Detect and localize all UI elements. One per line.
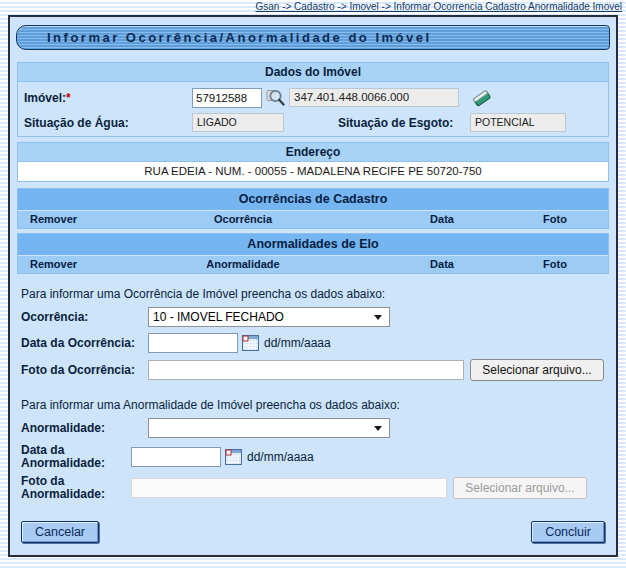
anormalidades-elo-header: Anormalidades de Elo <box>18 234 608 255</box>
chevron-down-icon <box>374 426 382 431</box>
foto-ocorrencia-label: Foto da Ocorrência: <box>21 364 148 377</box>
data-anormalidade-input[interactable] <box>131 447 221 467</box>
anormalidade-label: Anormalidade: <box>21 422 148 435</box>
imovel-label: Imóvel:* <box>24 91 192 105</box>
situacao-agua-label: Situação de Água: <box>24 116 192 130</box>
data-anormalidade-label: Data da Anormalidade: <box>21 444 131 470</box>
breadcrumb[interactable]: Gsan -> Cadastro -> Imovel -> Informar O… <box>255 1 622 12</box>
ocorrencia-select-value: 10 - IMOVEL FECHADO <box>153 310 284 324</box>
imovel-input[interactable] <box>192 88 262 108</box>
anormalidade-select[interactable] <box>148 418 390 438</box>
ocorrencia-select[interactable]: 10 - IMOVEL FECHADO <box>148 307 390 327</box>
col-foto: Foto <box>502 256 608 273</box>
cancel-button[interactable]: Cancelar <box>21 521 99 543</box>
ocorrencia-instruction: Para informar uma Ocorrência de Imóvel p… <box>21 287 607 301</box>
col-data: Data <box>382 211 502 228</box>
dados-imovel-header: Dados do Imóvel <box>18 63 608 82</box>
chevron-down-icon <box>374 315 382 320</box>
calendar-icon[interactable] <box>242 335 259 351</box>
foto-ocorrencia-filename-field[interactable] <box>148 360 464 380</box>
foto-anormalidade-file-button: Selecionar arquivo... <box>453 477 587 499</box>
anormalidade-instruction: Para informar uma Anormalidade de Imóvel… <box>21 398 607 412</box>
situacao-agua-value: LIGADO <box>192 113 284 132</box>
endereco-header: Endereço <box>18 143 608 162</box>
main-panel: Informar Ocorrência/Anormalidade do Imóv… <box>8 15 618 557</box>
anormalidades-elo-table: Anormalidades de Elo Remover Anormalidad… <box>17 233 609 274</box>
situacao-esgoto-label: Situação de Esgoto: <box>338 116 470 130</box>
confirm-button[interactable]: Concluir <box>531 521 605 543</box>
foto-anormalidade-filename-field <box>131 478 447 498</box>
ocorrencias-cadastro-header: Ocorrências de Cadastro <box>18 189 608 210</box>
foto-anormalidade-label: Foto da Anormalidade: <box>21 475 131 501</box>
col-anormalidade: Anormalidade <box>104 256 382 273</box>
data-anormalidade-format: dd/mm/aaaa <box>247 450 314 464</box>
required-asterisk: * <box>66 91 71 105</box>
foto-ocorrencia-file-button[interactable]: Selecionar arquivo... <box>470 359 604 381</box>
data-ocorrencia-input[interactable] <box>148 333 238 353</box>
col-remover: Remover <box>18 256 104 273</box>
page-title-bar: Informar Ocorrência/Anormalidade do Imóv… <box>16 25 610 50</box>
endereco-section: Endereço RUA EDEIA - NUM. - 00055 - MADA… <box>17 142 609 182</box>
dados-imovel-section: Dados do Imóvel Imóvel:* 347.401.448.006… <box>17 62 609 137</box>
inscricao-field: 347.401.448.0066.000 <box>289 88 459 107</box>
eraser-icon[interactable] <box>471 87 493 108</box>
search-icon[interactable] <box>266 88 286 108</box>
col-ocorrencia: Ocorrência <box>104 211 382 228</box>
ocorrencias-cadastro-table: Ocorrências de Cadastro Remover Ocorrênc… <box>17 188 609 229</box>
ocorrencia-label: Ocorrência: <box>21 311 148 324</box>
endereco-value: RUA EDEIA - NUM. - 00055 - MADALENA RECI… <box>18 162 608 181</box>
page-title: Informar Ocorrência/Anormalidade do Imóv… <box>17 26 609 49</box>
imovel-label-text: Imóvel: <box>24 91 66 105</box>
data-ocorrencia-label: Data da Ocorrência: <box>21 337 148 350</box>
col-remover: Remover <box>18 211 104 228</box>
situacao-esgoto-value: POTENCIAL <box>470 113 566 132</box>
col-foto: Foto <box>502 211 608 228</box>
calendar-icon[interactable] <box>225 449 242 465</box>
col-data: Data <box>382 256 502 273</box>
data-ocorrencia-format: dd/mm/aaaa <box>264 336 331 350</box>
